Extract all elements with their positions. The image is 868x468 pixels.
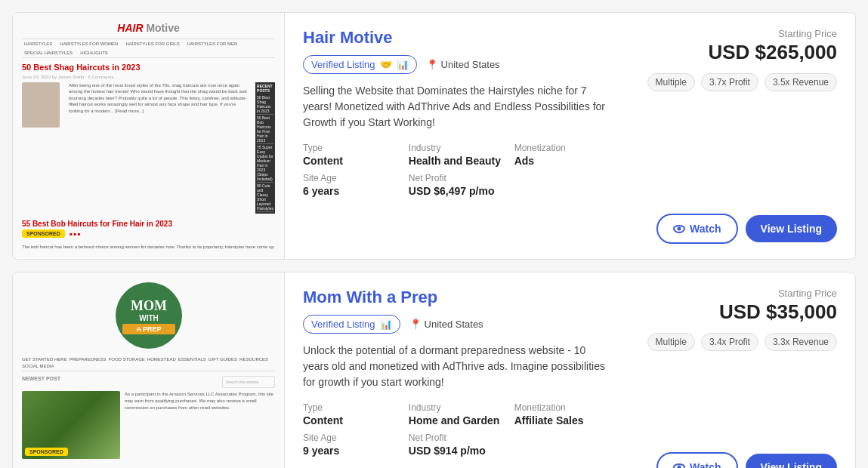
listing-meta-2: Site Age 6 years Net Profit USD $6,497 p… xyxy=(303,173,611,197)
mom-logo-svg: MOM WITH A PREP xyxy=(115,282,183,349)
industry-value-mom: Home and Garden xyxy=(409,414,505,426)
multiplier-tag-2: 3.7x Profit xyxy=(701,73,758,91)
thumb-mom-nav: GET STARTED HERE PREPAREDNESS FOOD STORA… xyxy=(22,357,275,371)
industry-label: Industry xyxy=(409,143,505,153)
thumb-mom-sponsored-badge: SPONSORED xyxy=(25,448,68,456)
listing-thumbnail-hair-motive: HAIR Motive HAIRSTYLES HAIRSTYLES FOR WO… xyxy=(13,13,285,259)
meta-monetization: Monetization Ads xyxy=(514,143,611,167)
watch-button-mom[interactable]: Watch xyxy=(656,452,737,468)
listing-badges: Verified Listing 🤝 📊 📍 United States xyxy=(303,55,611,74)
site-age-label-mom: Site Age xyxy=(303,433,400,443)
net-profit-label-mom: Net Profit xyxy=(409,433,505,443)
multiplier-tag-1: Multiple xyxy=(647,73,695,91)
listing-title-mom: Mom With a Prep xyxy=(303,288,611,307)
meta-site-age: Site Age 6 years xyxy=(303,173,400,197)
action-buttons-mom: Watch View Listing xyxy=(656,452,837,468)
thumb-nav-bar: HAIRSTYLES HAIRSTYLES FOR WOMEN HAIRSTYL… xyxy=(22,38,275,58)
thumb-post-image xyxy=(22,82,60,128)
meta-monetization-mom: Monetization Affiliate Sales xyxy=(514,402,611,426)
listing-badges-mom: Verified Listing 📊 📍 United States xyxy=(303,315,611,334)
thumb-title-motive: Motive xyxy=(144,22,180,34)
price-section: Starting Price USD $265,000 Multiple 3.7… xyxy=(647,28,837,91)
listing-info-mom: Mom With a Prep Verified Listing 📊 📍 Uni… xyxy=(285,272,629,468)
thumb-title-hair: HAIR xyxy=(117,22,143,34)
watch-button[interactable]: Watch xyxy=(656,214,737,244)
listing-meta: Type Content Industry Health and Beauty … xyxy=(303,143,611,167)
meta-industry: Industry Health and Beauty xyxy=(409,143,505,167)
meta-type: Type Content xyxy=(303,143,400,167)
multiplier-tag-3: 3.5x Revenue xyxy=(765,73,837,91)
verified-badge: Verified Listing 🤝 📊 xyxy=(303,55,417,74)
thumb-site-title: HAIR Motive xyxy=(22,22,275,34)
chart-icon: 📊 xyxy=(397,59,409,70)
action-buttons: Watch View Listing xyxy=(656,214,837,244)
listing-meta-mom-2: Site Age 9 years Net Profit USD $914 p/m… xyxy=(303,433,611,457)
meta-type-mom: Type Content xyxy=(303,402,400,426)
pin-icon-mom: 📍 xyxy=(409,319,422,330)
svg-text:A PREP: A PREP xyxy=(136,325,161,333)
multipliers: Multiple 3.7x Profit 3.5x Revenue xyxy=(647,73,837,91)
thumb-post1-title: 50 Best Shag Haircuts in 2023 xyxy=(22,63,275,72)
thumb-mom-text: As a participant in the Amazon Services … xyxy=(125,391,275,459)
net-profit-label: Net Profit xyxy=(409,173,505,183)
starting-price-label: Starting Price xyxy=(647,28,837,39)
thumb-sidebar: RECENT POSTS 50 Best Shag Haircuts in 20… xyxy=(255,82,275,214)
meta-net-profit-mom: Net Profit USD $914 p/mo xyxy=(409,433,505,457)
type-label: Type xyxy=(303,143,400,153)
thumb-post-text: After being one of the most loved styles… xyxy=(69,82,251,214)
watch-label-mom: Watch xyxy=(690,461,721,468)
type-value: Content xyxy=(303,155,400,167)
thumb-sponsored-badge: SPONSORED xyxy=(22,229,65,238)
eye-icon-mom xyxy=(673,463,685,468)
watch-label: Watch xyxy=(690,223,721,235)
listing-thumbnail-mom: MOM WITH A PREP GET STARTED HERE PREPARE… xyxy=(13,272,285,468)
monetization-value: Ads xyxy=(514,155,611,167)
listing-right-hair-motive: Starting Price USD $265,000 Multiple 3.7… xyxy=(629,13,855,259)
listing-title: Hair Motive xyxy=(303,28,611,48)
monetization-value-mom: Affiliate Sales xyxy=(514,414,611,426)
thumb-post-meta: June 24, 2023 by James Smith · 6 Comment… xyxy=(22,75,275,79)
net-profit-value-mom: USD $914 p/mo xyxy=(409,445,505,457)
svg-text:WITH: WITH xyxy=(139,314,159,322)
site-age-label: Site Age xyxy=(303,173,400,183)
pin-icon: 📍 xyxy=(426,59,438,70)
location-label-mom: United States xyxy=(425,319,483,330)
multiplier-tag-mom-2: 3.4x Profit xyxy=(701,333,758,351)
starting-price-label-mom: Starting Price xyxy=(647,288,837,299)
verified-label: Verified Listing xyxy=(311,59,375,70)
view-listing-button[interactable]: View Listing xyxy=(746,215,837,242)
price-value: USD $265,000 xyxy=(647,41,837,64)
verified-badge-mom: Verified Listing 📊 xyxy=(303,315,400,334)
thumb-search-box: Search this website xyxy=(222,376,275,388)
type-value-mom: Content xyxy=(303,414,400,426)
verified-label-mom: Verified Listing xyxy=(311,319,375,330)
monetization-label: Monetization xyxy=(514,143,611,153)
listing-right-mom: Starting Price USD $35,000 Multiple 3.4x… xyxy=(629,272,855,468)
location-label: United States xyxy=(441,59,500,70)
multiplier-tag-mom-3: 3.3x Revenue xyxy=(765,333,837,351)
thumb-mom-image: SPONSORED xyxy=(22,391,120,459)
eye-icon xyxy=(673,225,685,233)
type-label-mom: Type xyxy=(303,402,400,413)
listing-card-mom-with-a-prep: MOM WITH A PREP GET STARTED HERE PREPARE… xyxy=(12,272,856,468)
monetization-label-mom: Monetization xyxy=(514,402,611,413)
verified-icon: 🤝 xyxy=(380,59,392,70)
listing-description-mom: Unlock the potential of a dormant prepar… xyxy=(303,343,611,390)
meta-industry-mom: Industry Home and Garden xyxy=(409,402,505,426)
location-badge: 📍 United States xyxy=(426,59,500,70)
listing-info-hair-motive: Hair Motive Verified Listing 🤝 📊 📍 Unite… xyxy=(285,13,629,259)
multipliers-mom: Multiple 3.4x Profit 3.3x Revenue xyxy=(647,333,837,351)
thumb-mom-content: SPONSORED As a participant in the Amazon… xyxy=(22,391,275,459)
multiplier-tag-mom-1: Multiple xyxy=(647,333,695,351)
view-listing-button-mom[interactable]: View Listing xyxy=(746,454,837,468)
listing-meta-mom: Type Content Industry Home and Garden Mo… xyxy=(303,402,611,426)
location-badge-mom: 📍 United States xyxy=(409,319,483,330)
site-age-value: 6 years xyxy=(303,185,400,197)
net-profit-value: USD $6,497 p/mo xyxy=(409,185,505,197)
industry-label-mom: Industry xyxy=(409,402,505,413)
listing-description: Selling the Website that Dominates the H… xyxy=(303,83,611,131)
thumb-newest-post: NEWEST POST xyxy=(22,376,60,385)
thumb-post2-title: 55 Best Bob Haircuts for Fine Hair in 20… xyxy=(22,220,275,228)
thumb-post2-text: The bob haircut has been a beloved choic… xyxy=(22,244,275,250)
price-value-mom: USD $35,000 xyxy=(647,300,837,324)
